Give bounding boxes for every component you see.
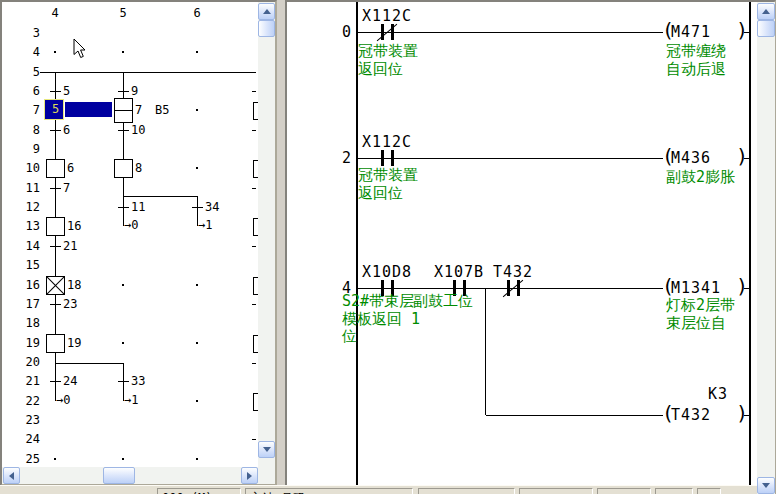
sfc-diagram-pane — [0, 0, 277, 486]
status-panel — [418, 488, 515, 494]
scroll-right-icon — [247, 472, 256, 480]
sfc-hscroll-thumb[interactable] — [103, 467, 135, 484]
status-panel — [697, 488, 721, 494]
status-panel — [597, 488, 651, 494]
scroll-up-icon — [263, 5, 271, 14]
sfc-scroll-down-button[interactable] — [258, 441, 275, 458]
ladder-scroll-up-button[interactable] — [757, 3, 775, 20]
sfc-scroll-left-button[interactable] — [3, 467, 20, 484]
sfc-scroll-up-button[interactable] — [258, 3, 275, 20]
ladder-vscrollbar-track[interactable] — [757, 2, 775, 494]
status-bar: 000 (M) 主站 号码: — [0, 485, 757, 494]
sfc-vscrollbar-track[interactable] — [258, 2, 275, 484]
ladder-vscroll-thumb[interactable] — [757, 20, 775, 37]
status-panel — [655, 488, 693, 494]
sfc-scroll-right-button[interactable] — [241, 467, 258, 484]
ladder-pane — [285, 0, 776, 494]
status-panel-plc: 000 (M) — [157, 488, 241, 494]
status-panel — [519, 488, 593, 494]
sfc-vscroll-thumb[interactable] — [258, 20, 275, 37]
scroll-down-icon — [263, 447, 271, 456]
status-panel-station: 主站 号码: — [245, 488, 413, 494]
scroll-up-icon — [762, 5, 770, 14]
ladder-scroll-down-button[interactable] — [757, 477, 775, 494]
scroll-down-icon — [762, 483, 770, 492]
scroll-left-icon — [5, 472, 14, 480]
